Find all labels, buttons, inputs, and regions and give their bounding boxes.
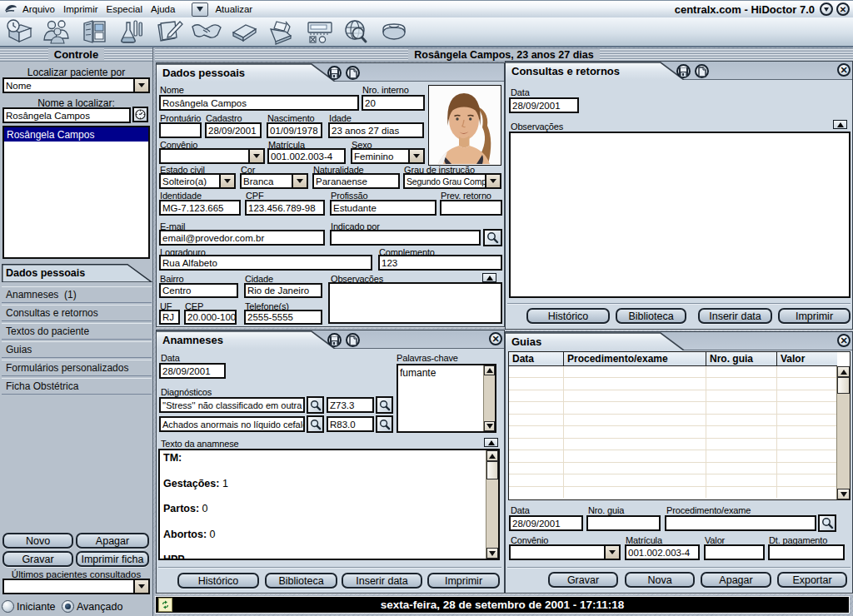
observacoes-textarea[interactable] — [328, 282, 502, 324]
logradouro-input[interactable]: Rua Alfabeto — [159, 255, 372, 271]
new-record-icon[interactable] — [346, 333, 360, 347]
search-indicado-button[interactable] — [483, 229, 502, 246]
disc-icon[interactable] — [375, 17, 412, 46]
data-input[interactable]: 28/09/2001 — [509, 515, 583, 531]
nome-input[interactable]: Rosângela Campos — [159, 95, 359, 111]
anamnese-scrollbar[interactable] — [486, 450, 498, 559]
menu-atualizar[interactable]: Atualizar — [212, 1, 256, 17]
historico-button[interactable]: Histórico — [177, 573, 259, 589]
list-item[interactable]: Rosângela Campos — [4, 127, 148, 142]
bairro-input[interactable]: Centro — [159, 283, 238, 298]
iniciante-radio[interactable] — [2, 600, 14, 613]
patient-results-list[interactable]: Rosângela Campos — [2, 126, 150, 259]
col-header-valor[interactable]: Valor — [777, 352, 837, 366]
cid-1-input[interactable]: Z73.3 — [327, 397, 374, 413]
naturalidade-input[interactable]: Paranaense — [312, 173, 400, 189]
data-input[interactable]: 28/09/2001 — [509, 97, 579, 113]
sidebar-item-dados-pessoais[interactable]: Dados pessoais — [2, 264, 152, 282]
imprimir-button[interactable]: Imprimir — [778, 308, 851, 324]
biblioteca-button[interactable]: Biblioteca — [265, 573, 337, 589]
lab-icon[interactable] — [112, 17, 150, 46]
scroll-up-button[interactable] — [486, 450, 498, 461]
scroll-up-button[interactable] — [484, 365, 495, 375]
telefones-input[interactable]: 2555-5555 — [244, 310, 322, 325]
close-button[interactable]: ✕ — [836, 2, 850, 16]
menu-arquivo[interactable]: Arquivo — [22, 1, 55, 17]
col-header-procedimento[interactable]: Procedimento/exame — [564, 352, 706, 366]
chevron-down-icon[interactable] — [408, 150, 423, 162]
convenio-select[interactable] — [509, 544, 621, 560]
close-panel-icon[interactable]: ✕ — [837, 63, 851, 77]
sidebar-item-consultas[interactable]: Consultas e retornos — [2, 305, 152, 321]
imprimir-ficha-button[interactable]: Imprimir ficha — [76, 551, 149, 567]
complemento-input[interactable]: 123 — [378, 255, 502, 271]
gravar-button[interactable]: Gravar — [2, 551, 73, 567]
search-procedimento-button[interactable] — [818, 514, 836, 532]
handshake-icon[interactable] — [187, 17, 225, 46]
sidebar-item-guias[interactable]: Guias — [2, 341, 152, 358]
close-panel-icon[interactable]: ✕ — [489, 332, 502, 345]
observacoes-textarea[interactable] — [509, 132, 851, 298]
web-search-icon[interactable] — [337, 17, 375, 46]
indicado-por-input[interactable] — [330, 230, 481, 246]
printer-icon[interactable] — [262, 17, 300, 46]
cadastro-input[interactable]: 28/09/2001 — [205, 122, 262, 138]
keywords-listbox[interactable]: fumante — [397, 364, 496, 433]
new-record-icon[interactable] — [695, 64, 709, 78]
scrollbar-thumb[interactable] — [486, 461, 498, 479]
data-input[interactable]: 28/09/2001 — [159, 363, 226, 379]
minimize-button[interactable] — [820, 2, 833, 16]
cpf-input[interactable]: 123.456.789-98 — [245, 200, 325, 216]
update-dropdown-icon[interactable] — [192, 2, 208, 17]
save-icon[interactable] — [327, 66, 342, 80]
historico-button[interactable]: Histórico — [526, 308, 610, 324]
scrollbar-thumb[interactable] — [837, 377, 850, 394]
nascimento-input[interactable]: 01/09/1978 — [267, 122, 322, 138]
new-record-icon[interactable] — [346, 66, 360, 80]
valor-input[interactable] — [704, 544, 765, 560]
scroll-up-button[interactable] — [837, 366, 850, 377]
chevron-down-icon[interactable] — [248, 150, 263, 162]
clock-button[interactable] — [132, 107, 148, 122]
keyword-item[interactable]: fumante — [400, 367, 436, 379]
inserir-data-button[interactable]: Inserir data — [698, 308, 772, 324]
chevron-down-icon[interactable] — [292, 175, 307, 187]
chevron-down-icon[interactable] — [133, 580, 148, 593]
form-icon[interactable] — [300, 17, 337, 46]
biblioteca-button[interactable]: Biblioteca — [616, 308, 686, 324]
gravar-button[interactable]: Gravar — [548, 572, 618, 588]
search-name-input[interactable]: Rosângela Campos — [2, 107, 131, 123]
search-cid-button[interactable] — [376, 415, 393, 433]
matricula-input[interactable]: 001.002.003-4 — [267, 148, 346, 164]
search-cid-button[interactable] — [376, 396, 393, 414]
identidade-input[interactable]: MG-7.123.665 — [159, 200, 241, 216]
close-panel-icon[interactable]: ✕ — [837, 334, 851, 347]
col-header-data[interactable]: Data — [509, 352, 564, 366]
find-by-select[interactable]: Nome — [2, 77, 150, 93]
dt-pagamento-input[interactable] — [768, 544, 845, 560]
diagnostico-2-input[interactable]: Achados anormais no líquido cefalor — [159, 416, 305, 432]
scroll-up-button[interactable] — [482, 273, 496, 282]
cor-select[interactable]: Branca — [240, 173, 308, 189]
exportar-button[interactable]: Exportar — [777, 572, 847, 588]
sidebar-item-anamneses[interactable]: Anamneses (1) — [2, 286, 152, 303]
nova-button[interactable]: Nova — [625, 572, 695, 588]
avancado-radio[interactable] — [62, 600, 74, 613]
email-input[interactable]: email@provedor.com.br — [159, 230, 325, 246]
cep-input[interactable]: 20.000-100 — [184, 310, 237, 325]
cabinet-icon[interactable] — [75, 17, 112, 46]
grau-instrucao-select[interactable]: Segundo Grau Comp — [403, 173, 501, 189]
cidade-input[interactable]: Rio de Janeiro — [244, 283, 322, 298]
agenda-clock-icon[interactable] — [0, 17, 37, 46]
prev-retorno-input[interactable] — [440, 200, 502, 216]
scroll-down-button[interactable] — [484, 421, 495, 431]
recent-patients-select[interactable] — [2, 579, 150, 594]
sexo-select[interactable]: Feminino — [351, 148, 425, 164]
search-diagnosis-button[interactable] — [307, 396, 324, 414]
uf-input[interactable]: RJ — [159, 310, 180, 325]
menu-especial[interactable]: Especial — [107, 1, 142, 17]
procedimento-input[interactable] — [665, 515, 816, 531]
scroll-down-button[interactable] — [486, 548, 498, 559]
menu-ajuda[interactable]: Ajuda — [151, 1, 175, 17]
chevron-down-icon[interactable] — [485, 175, 500, 187]
